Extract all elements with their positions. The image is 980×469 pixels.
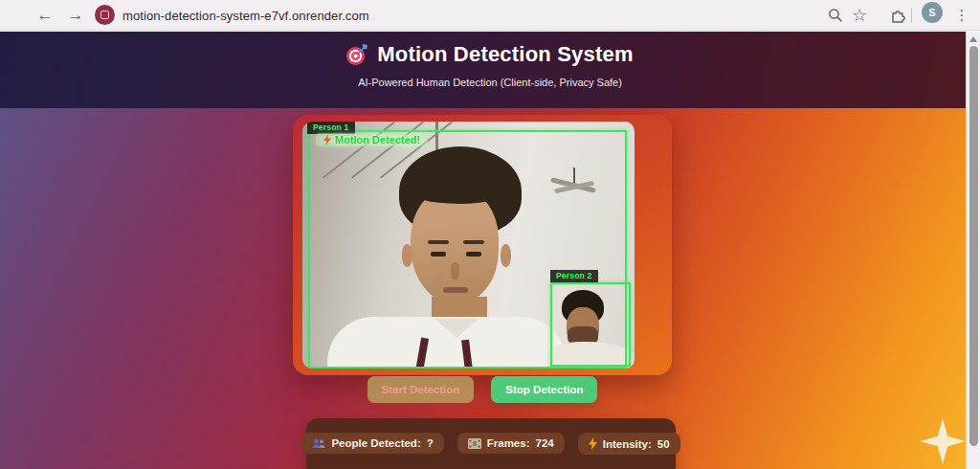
motion-alert: Motion Detected! [316,133,428,146]
intensity-badge: Intensity: 50 [578,433,680,455]
page-subtitle: AI-Powered Human Detection (Client-side,… [0,77,980,88]
app-header: Motion Detection System AI-Powered Human… [0,32,980,108]
forward-icon[interactable]: → [63,0,88,31]
bookmark-star-icon[interactable]: ☆ [847,0,872,31]
address-bar-url[interactable]: motion-detection-system-e7vf.onrender.co… [122,0,369,31]
page-scrollbar [966,32,980,469]
page-title: Motion Detection System [377,42,633,67]
frames-badge: Frames: 724 [457,433,565,454]
frames-label: Frames: [487,437,530,449]
zoom-icon[interactable] [823,0,848,31]
frames-value: 724 [536,437,554,449]
back-icon[interactable]: ← [33,0,57,31]
menu-kebab-icon[interactable]: ⋮ [949,0,974,31]
people-detected-value: ? [427,437,434,449]
film-frames-icon [468,438,481,449]
toolbar-divider [911,8,912,23]
lightning-bolt-icon [323,134,331,145]
target-dart-icon [346,44,368,65]
browser-toolbar: ← → ↻ motion-detection-system-e7vf.onren… [0,0,980,31]
start-detection-button[interactable]: Start Detection [368,376,475,403]
scrollbar-up-arrow[interactable] [969,36,977,42]
intensity-label: Intensity: [603,438,652,450]
intensity-value: 50 [657,438,670,450]
detection-label-person2: Person 2 [550,270,598,282]
profile-avatar[interactable]: S [922,2,943,23]
people-detected-label: People Detected: [331,437,420,449]
people-icon [312,438,325,449]
controls-row: Start Detection Stop Detection [293,376,672,403]
site-favicon-icon [95,5,115,25]
status-panel: People Detected: ? Frames: 724 Intensity… [306,418,676,469]
detection-box-person2 [550,282,631,367]
extensions-icon[interactable] [885,0,910,31]
scrollbar-thumb[interactable] [969,46,978,446]
people-detected-badge: People Detected: ? [301,433,443,454]
stop-detection-button[interactable]: Stop Detection [491,376,597,403]
webcam-video-feed: Person 1 Person 2 Motion Detected! [302,122,635,368]
intensity-bolt-icon [589,437,597,450]
